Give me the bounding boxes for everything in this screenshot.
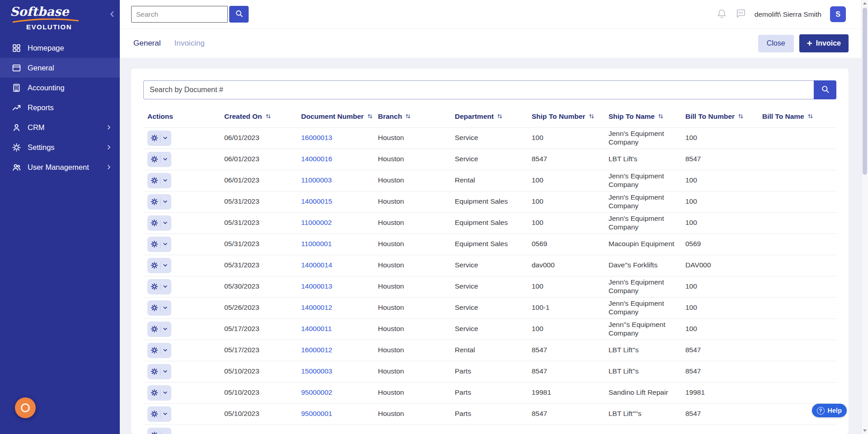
sidebar-item-reports[interactable]: Reports [0,98,120,117]
gear-icon[interactable] [151,134,158,142]
document-number-link[interactable]: 14000016 [301,155,332,163]
close-button[interactable]: Close [758,35,794,52]
chevron-down-icon[interactable] [162,411,168,417]
chevron-down-icon[interactable] [162,390,168,396]
row-actions-button[interactable] [147,194,171,210]
document-number-link[interactable]: 14000013 [301,282,332,290]
scroll-down-arrow[interactable] [862,427,868,434]
row-actions-button[interactable] [147,406,171,422]
document-number-link[interactable]: 95000001 [301,410,332,417]
sidebar-collapse-icon[interactable]: ‹ [110,6,114,20]
chevron-down-icon[interactable] [162,369,168,374]
row-actions-button[interactable] [147,300,171,316]
row-actions-button[interactable] [147,279,171,294]
chevron-down-icon[interactable] [162,432,168,434]
messages-button[interactable] [736,9,746,20]
chevron-down-icon[interactable] [162,220,168,226]
gear-icon[interactable] [151,261,158,269]
sidebar-item-crm[interactable]: CRM [0,117,120,137]
row-actions-button[interactable] [147,385,171,401]
document-number-link[interactable]: 11000001 [301,240,332,247]
tab-invoicing[interactable]: Invoicing [174,39,204,48]
help-button[interactable]: ? Help [812,404,847,417]
gear-icon[interactable] [151,304,158,312]
document-search-input[interactable] [143,80,814,99]
chat-launcher-button[interactable] [15,397,36,418]
column-header-department[interactable]: Department [451,109,528,127]
column-header-bill-to-number[interactable]: Bill To Number [681,109,758,127]
document-number-link[interactable]: 14000012 [301,303,332,311]
gear-icon[interactable] [151,155,158,163]
chevron-down-icon[interactable] [162,347,168,353]
sidebar-item-settings[interactable]: Settings [0,137,120,157]
sort-icon[interactable] [265,113,271,119]
column-header-ship-to-name[interactable]: Ship To Name [604,109,681,127]
avatar[interactable]: S [830,6,846,22]
document-number-link[interactable]: 16000013 [301,134,332,141]
sidebar-item-general[interactable]: General [0,58,120,78]
document-number-link[interactable]: 11000002 [301,219,332,226]
chevron-down-icon[interactable] [162,199,168,205]
row-actions-button[interactable] [147,237,171,252]
sort-icon[interactable] [738,113,744,119]
gear-icon[interactable] [151,431,158,434]
gear-icon[interactable] [151,240,158,248]
scrollbar-thumb[interactable] [863,8,867,175]
tab-general[interactable]: General [133,39,160,48]
chevron-down-icon[interactable] [162,326,168,332]
document-number-link[interactable]: 16000012 [301,346,332,354]
gear-icon[interactable] [151,219,158,227]
row-actions-button[interactable] [147,131,171,146]
chevron-down-icon[interactable] [162,241,168,247]
document-number-link[interactable]: 15000003 [301,367,332,375]
sort-icon[interactable] [367,113,373,119]
document-number-link[interactable]: 14000015 [301,197,332,205]
sidebar-item-user-management[interactable]: User Management [0,157,120,177]
notifications-button[interactable] [717,9,727,20]
row-actions-button[interactable] [147,215,171,231]
gear-icon[interactable] [151,368,158,375]
row-actions-button[interactable] [147,152,171,167]
document-number-link[interactable]: 14000011 [301,325,332,332]
chevron-down-icon[interactable] [162,284,168,289]
column-header-branch[interactable]: Branch [374,109,451,127]
document-number-link[interactable]: 11000003 [301,176,332,184]
vertical-scrollbar[interactable] [861,0,868,434]
row-actions-button[interactable] [147,322,171,337]
chevron-down-icon[interactable] [162,177,168,183]
sort-icon[interactable] [497,113,503,119]
document-number-link[interactable]: 95000002 [301,388,332,396]
sort-icon[interactable] [589,113,594,119]
column-header-document-number[interactable]: Document Number [297,109,374,127]
chevron-down-icon[interactable] [162,135,168,141]
column-header-ship-to-number[interactable]: Ship To Number [528,109,604,127]
row-actions-button[interactable] [147,258,171,273]
document-search-button[interactable] [814,80,836,99]
global-search-input[interactable] [131,6,228,23]
sidebar-item-homepage[interactable]: Homepage [0,38,120,58]
column-header-created-on[interactable]: Created On [220,109,297,127]
gear-icon[interactable] [151,410,158,418]
sort-icon[interactable] [807,113,813,119]
row-actions-button[interactable] [147,343,171,358]
gear-icon[interactable] [151,325,158,333]
chevron-down-icon[interactable] [162,305,168,311]
row-actions-button[interactable] [147,364,171,379]
gear-icon[interactable] [151,346,158,354]
sort-icon[interactable] [405,113,411,119]
gear-icon[interactable] [151,198,158,205]
column-header-bill-to-name[interactable]: Bill To Name [758,109,836,127]
gear-icon[interactable] [151,389,158,397]
row-actions-button[interactable] [147,428,171,434]
gear-icon[interactable] [151,177,158,184]
document-number-link[interactable]: 14000014 [301,261,332,269]
scroll-up-arrow[interactable] [862,0,868,7]
sidebar-item-accounting[interactable]: Accounting [0,78,120,98]
chevron-down-icon[interactable] [162,262,168,268]
gear-icon[interactable] [151,283,158,290]
add-invoice-button[interactable]: + Invoice [799,34,849,52]
sort-icon[interactable] [658,113,664,119]
global-search-button[interactable] [229,6,249,23]
row-actions-button[interactable] [147,173,171,188]
chevron-down-icon[interactable] [162,156,168,162]
